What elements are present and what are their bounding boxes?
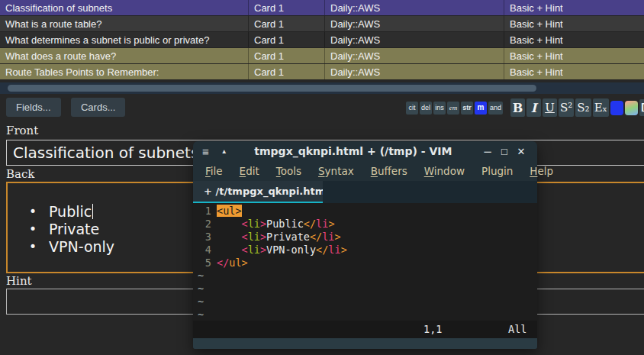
cursor-position: 1,1 bbox=[423, 323, 442, 335]
bold-button[interactable]: B bbox=[510, 98, 525, 117]
bullet-icon: • bbox=[29, 221, 39, 238]
cell-notetype: Basic + Hint bbox=[504, 16, 644, 31]
text-color-swatch[interactable] bbox=[610, 101, 623, 115]
code-line: 4 <li>VPN-only</li> bbox=[195, 244, 536, 257]
code-token: Private bbox=[266, 231, 310, 243]
table-row[interactable]: What determines a subnet is public or pr… bbox=[0, 32, 644, 48]
code-token: < bbox=[242, 244, 248, 256]
bullet-icon: • bbox=[29, 238, 39, 256]
remove-formatting-button[interactable]: Eₓ bbox=[593, 98, 609, 117]
list-item-text: VPN-only bbox=[49, 238, 114, 256]
table-row[interactable]: Route Tables Points to Remember:Card 1Da… bbox=[0, 64, 644, 80]
more-options-button[interactable]: [...] bbox=[639, 99, 644, 116]
menu-plugin[interactable]: Plugin bbox=[473, 165, 521, 177]
list-item-text: Public bbox=[49, 203, 93, 221]
maximize-icon[interactable]: □ bbox=[496, 146, 513, 157]
code-token: > bbox=[260, 244, 266, 256]
code-token: </ bbox=[316, 244, 328, 256]
format-cite-button[interactable]: cit bbox=[406, 102, 418, 115]
cell-deck: Daily::AWS bbox=[325, 32, 504, 47]
cell-question: What determines a subnet is public or pr… bbox=[0, 32, 249, 47]
code-text: <ul> bbox=[217, 205, 242, 217]
hamburger-menu-icon[interactable]: ≡ bbox=[202, 145, 209, 158]
code-token: li bbox=[322, 231, 334, 243]
code-token: </ bbox=[310, 231, 322, 243]
menu-help[interactable]: Help bbox=[521, 165, 562, 177]
highlight-color-swatch[interactable] bbox=[625, 101, 638, 115]
vim-tab-bar: + /t/tmpgx_qknpi.html bbox=[193, 181, 537, 203]
menubar-toggle-icon[interactable]: ▲ bbox=[221, 148, 227, 155]
menu-file[interactable]: File bbox=[197, 165, 231, 177]
code-token: > bbox=[341, 244, 347, 256]
table-row[interactable]: What is a route table?Card 1Daily::AWSBa… bbox=[0, 16, 644, 32]
superscript-button[interactable]: S² bbox=[559, 98, 574, 117]
menu-buffers[interactable]: Buffers bbox=[362, 165, 416, 177]
table-row[interactable]: What does a route have?Card 1Daily::AWSB… bbox=[0, 48, 644, 64]
code-line: 5</ul> bbox=[195, 257, 536, 269]
cell-notetype: Basic + Hint bbox=[504, 48, 644, 63]
menu-edit[interactable]: Edit bbox=[231, 165, 268, 177]
table-row[interactable]: Classification of subnetsCard 1Daily::AW… bbox=[0, 0, 644, 16]
cell-question: What is a route table? bbox=[0, 16, 249, 31]
list-item-text: Private bbox=[49, 221, 99, 238]
cards-button[interactable]: Cards... bbox=[71, 98, 126, 117]
format-insert-text-button[interactable]: ins bbox=[433, 102, 446, 115]
line-number: 2 bbox=[195, 218, 211, 231]
vim-title-bar[interactable]: ≡ ▲ tmpgx_qknpi.html + (/tmp) - VIM ─ □ … bbox=[193, 141, 537, 161]
code-token: > bbox=[335, 231, 341, 243]
back-field-label: Back bbox=[6, 167, 34, 181]
line-number: 3 bbox=[195, 231, 211, 244]
vim-code-lines[interactable]: 1<ul>2 <li>Public</li>3 <li>Private</li>… bbox=[193, 203, 537, 321]
vim-tab[interactable]: + /t/tmpgx_qknpi.html bbox=[193, 181, 323, 203]
format-highlight-m-button[interactable]: m bbox=[475, 102, 487, 115]
subscript-button[interactable]: S₂ bbox=[575, 98, 591, 117]
code-text: </ul> bbox=[217, 257, 248, 269]
minimize-icon[interactable]: ─ bbox=[479, 146, 496, 157]
cell-card: Card 1 bbox=[249, 32, 325, 47]
code-token: li bbox=[248, 218, 260, 230]
code-token: li bbox=[248, 244, 260, 256]
code-line: 3 <li>Private</li> bbox=[195, 231, 536, 244]
code-token bbox=[217, 244, 242, 256]
format-and-button[interactable]: and bbox=[488, 102, 503, 115]
format-delete-text-button[interactable]: del bbox=[420, 102, 432, 115]
scrollbar-thumb[interactable] bbox=[8, 85, 536, 92]
code-token: > bbox=[242, 257, 248, 269]
window-controls: ─ □ ✕ bbox=[479, 146, 530, 157]
code-token: > bbox=[328, 218, 334, 230]
code-text: <li>Private</li> bbox=[217, 231, 341, 243]
line-number: 1 bbox=[195, 205, 211, 218]
tilde-line: ~ bbox=[195, 282, 536, 295]
code-token: < bbox=[242, 231, 248, 243]
tilde-line: ~ bbox=[195, 269, 536, 282]
editor-buttons: Fields... Cards... bbox=[6, 98, 132, 117]
hint-field-label: Hint bbox=[6, 274, 32, 288]
code-text: <li>Public</li> bbox=[217, 218, 335, 230]
cell-card: Card 1 bbox=[249, 64, 325, 79]
menu-tools[interactable]: Tools bbox=[268, 165, 310, 177]
cell-deck: Daily::AWS bbox=[325, 0, 504, 15]
underline-button[interactable]: U bbox=[543, 98, 557, 117]
cell-deck: Daily::AWS bbox=[325, 16, 504, 31]
code-line: 1<ul> bbox=[195, 205, 536, 218]
close-icon[interactable]: ✕ bbox=[513, 146, 530, 157]
cell-card: Card 1 bbox=[249, 0, 325, 15]
fields-button[interactable]: Fields... bbox=[6, 98, 61, 117]
code-token: </ bbox=[217, 257, 229, 269]
bullet-icon: • bbox=[29, 203, 39, 221]
code-text: <li>VPN-only</li> bbox=[217, 244, 347, 256]
cell-deck: Daily::AWS bbox=[325, 64, 504, 79]
front-field-label: Front bbox=[6, 124, 38, 137]
menu-window[interactable]: Window bbox=[416, 165, 473, 177]
format-emphasis-button[interactable]: em bbox=[447, 102, 459, 115]
cell-question: Route Tables Points to Remember: bbox=[0, 64, 249, 79]
line-number: 5 bbox=[195, 257, 211, 269]
horizontal-scrollbar[interactable] bbox=[0, 82, 644, 94]
italic-button[interactable]: I bbox=[526, 98, 541, 117]
code-token: <ul> bbox=[217, 205, 242, 217]
format-strong-button[interactable]: str bbox=[461, 102, 473, 115]
cell-notetype: Basic + Hint bbox=[504, 64, 644, 79]
code-token bbox=[217, 231, 242, 243]
menu-syntax[interactable]: Syntax bbox=[310, 165, 362, 177]
tilde-line: ~ bbox=[195, 308, 536, 321]
